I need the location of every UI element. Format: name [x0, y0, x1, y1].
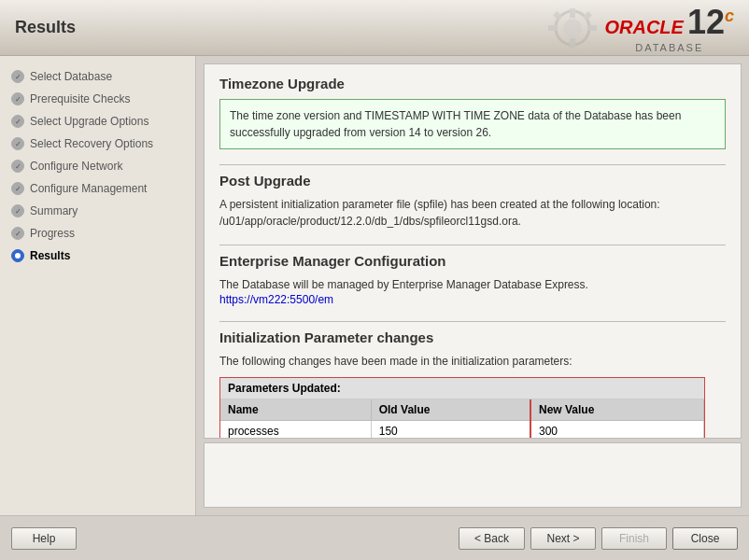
postupgrade-section: Post Upgrade A persistent initialization… — [219, 173, 726, 230]
step-indicator: ✓ — [11, 160, 24, 173]
sidebar-item-recovery-options[interactable]: ✓ Select Recovery Options — [0, 133, 195, 155]
em-section: Enterprise Manager Configuration The Dat… — [219, 253, 726, 306]
params-table-header: Parameters Updated: — [220, 378, 704, 399]
close-button[interactable]: Close — [672, 527, 738, 550]
step-indicator: ✓ — [11, 204, 24, 217]
init-params-title: Initialization Parameter changes — [219, 329, 726, 345]
sidebar: ✓ Select Database ✓ Prerequisite Checks … — [0, 56, 196, 515]
step-indicator: ✓ — [11, 70, 24, 83]
sidebar-label-prerequisite-checks: Prerequisite Checks — [30, 92, 130, 105]
svg-rect-7 — [584, 11, 593, 21]
active-dot-icon — [14, 252, 21, 259]
sidebar-label-recovery-options: Select Recovery Options — [30, 137, 153, 150]
footer-left: Help — [11, 527, 77, 550]
oracle-logo: ORACLE 12c DATABASE — [544, 3, 734, 53]
step-indicator-active — [11, 249, 24, 262]
sidebar-item-select-database[interactable]: ✓ Select Database — [0, 65, 195, 88]
oracle-version: 12c — [687, 3, 734, 42]
sidebar-item-progress[interactable]: ✓ Progress — [0, 222, 195, 245]
timezone-success-text: The time zone version and TIMESTAMP WITH… — [230, 109, 681, 139]
em-title: Enterprise Manager Configuration — [219, 253, 726, 269]
divider-1 — [219, 164, 726, 165]
em-url[interactable]: https://vm222:5500/em — [219, 293, 726, 306]
next-button[interactable]: Next > — [530, 527, 596, 550]
finish-button[interactable]: Finish — [601, 527, 667, 550]
content-panel: Timezone Upgrade The time zone version a… — [204, 63, 742, 439]
sidebar-label-progress: Progress — [30, 227, 75, 240]
svg-point-8 — [15, 253, 21, 259]
sidebar-label-summary: Summary — [30, 204, 78, 217]
params-table: Name Old Value New Value processes 150 3… — [220, 399, 704, 438]
sidebar-item-results[interactable]: Results — [0, 245, 195, 267]
sidebar-label-configure-network: Configure Network — [30, 160, 122, 173]
sidebar-label-select-upgrade-options: Select Upgrade Options — [30, 115, 148, 128]
postupgrade-title: Post Upgrade — [219, 173, 726, 189]
oracle-text: ORACLE — [604, 17, 683, 38]
timezone-section: Timezone Upgrade The time zone version a… — [219, 76, 726, 149]
sidebar-label-results: Results — [30, 249, 70, 262]
step-indicator: ✓ — [11, 92, 24, 105]
oracle-branding: ORACLE 12c DATABASE — [604, 3, 734, 53]
svg-rect-6 — [554, 11, 563, 21]
main-layout: ✓ Select Database ✓ Prerequisite Checks … — [0, 56, 749, 515]
content-area: Timezone Upgrade The time zone version a… — [196, 56, 749, 515]
svg-rect-4 — [548, 25, 558, 31]
step-indicator: ✓ — [11, 182, 24, 195]
bottom-empty-panel — [204, 442, 742, 508]
sidebar-item-configure-network[interactable]: ✓ Configure Network — [0, 155, 195, 177]
col-name: Name — [220, 399, 371, 421]
svg-rect-5 — [587, 25, 597, 31]
col-new-value: New Value — [530, 399, 704, 421]
sidebar-item-prerequisite-checks[interactable]: ✓ Prerequisite Checks — [0, 88, 195, 110]
divider-3 — [219, 321, 726, 322]
divider-2 — [219, 245, 726, 245]
footer-right: < Back Next > Finish Close — [459, 527, 738, 550]
content-scroll[interactable]: Timezone Upgrade The time zone version a… — [205, 64, 741, 438]
em-text: The Database will be managed by Enterpri… — [219, 276, 726, 293]
svg-rect-3 — [570, 38, 575, 48]
col-old-value: Old Value — [371, 399, 530, 421]
param-new-1: 300 — [530, 421, 704, 439]
step-indicator: ✓ — [11, 115, 24, 128]
header: Results ORACLE 12c DATABASE — [0, 0, 749, 56]
step-indicator: ✓ — [11, 227, 24, 240]
params-table-header-row: Name Old Value New Value — [220, 399, 704, 421]
footer: Help < Back Next > Finish Close — [0, 515, 749, 560]
back-button[interactable]: < Back — [459, 527, 525, 550]
help-button[interactable]: Help — [11, 527, 77, 550]
sidebar-item-select-upgrade-options[interactable]: ✓ Select Upgrade Options — [0, 110, 195, 133]
timezone-success-box: The time zone version and TIMESTAMP WITH… — [219, 99, 726, 149]
gear-decoration-icon — [544, 5, 601, 51]
init-params-intro: The following changes have been made in … — [219, 353, 726, 370]
sidebar-label-select-database: Select Database — [30, 70, 112, 83]
init-params-section: Initialization Parameter changes The fol… — [219, 329, 726, 438]
params-table-wrapper: Parameters Updated: Name Old Value New V… — [219, 377, 705, 438]
sidebar-label-configure-management: Configure Management — [30, 182, 147, 195]
table-row: processes 150 300 — [220, 421, 704, 439]
timezone-title: Timezone Upgrade — [219, 76, 726, 91]
sidebar-item-configure-management[interactable]: ✓ Configure Management — [0, 177, 195, 200]
postupgrade-text: A persistent initialization parameter fi… — [219, 196, 726, 230]
param-name-1: processes — [220, 421, 371, 439]
sidebar-item-summary[interactable]: ✓ Summary — [0, 200, 195, 222]
page-title: Results — [15, 18, 76, 37]
svg-point-1 — [563, 19, 582, 37]
step-indicator: ✓ — [11, 137, 24, 150]
param-old-1: 150 — [371, 421, 530, 439]
oracle-db-label: DATABASE — [604, 42, 734, 53]
svg-rect-2 — [570, 8, 575, 18]
